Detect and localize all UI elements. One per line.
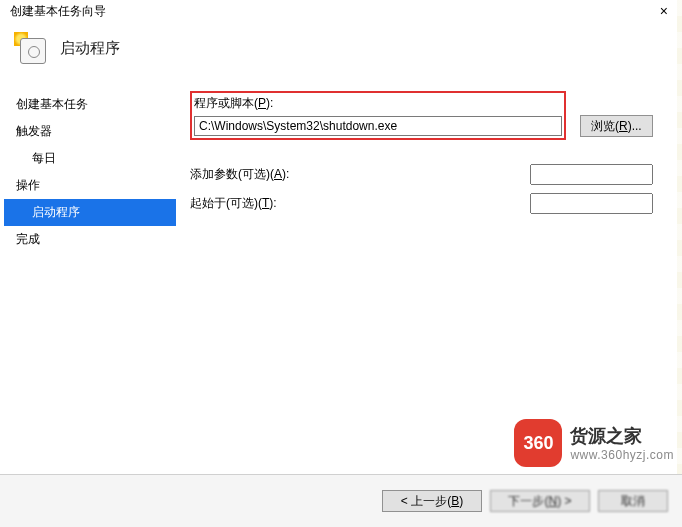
program-input[interactable] (194, 116, 562, 136)
step-action-start-program[interactable]: 启动程序 (4, 199, 176, 226)
program-label: 程序或脚本(P): (194, 96, 273, 110)
scheduler-icon (14, 32, 46, 64)
back-button[interactable]: < 上一步(B) (382, 490, 482, 512)
wizard-window: 创建基本任务向导 × 启动程序 创建基本任务 触发器 每日 操作 启动程序 完成… (0, 0, 682, 527)
step-create-basic-task[interactable]: 创建基本任务 (4, 91, 176, 118)
wizard-header: 启动程序 (0, 18, 682, 82)
titlebar: 创建基本任务向导 × (0, 0, 682, 18)
wizard-footer: < 上一步(B) 下一步(N) > 取消 (0, 474, 682, 527)
step-action[interactable]: 操作 (4, 172, 176, 199)
steps-sidebar: 创建基本任务 触发器 每日 操作 启动程序 完成 (4, 91, 176, 253)
args-input[interactable] (530, 164, 653, 185)
cancel-button[interactable]: 取消 (598, 490, 668, 512)
startin-input[interactable] (530, 193, 653, 214)
browse-button[interactable]: 浏览(R)... (580, 115, 653, 137)
startin-label: 起始于(可选)(T): (190, 195, 530, 212)
page-title: 启动程序 (60, 39, 120, 58)
next-button[interactable]: 下一步(N) > (490, 490, 590, 512)
program-highlight: 程序或脚本(P): (190, 91, 566, 140)
close-icon[interactable]: × (656, 3, 672, 19)
step-finish[interactable]: 完成 (4, 226, 176, 253)
wizard-body: 创建基本任务 触发器 每日 操作 启动程序 完成 程序或脚本(P): 浏览(R)… (0, 90, 682, 471)
form-area: 程序或脚本(P): 浏览(R)... 添加参数(可选)(A): 起始于(可选)(… (190, 91, 674, 222)
step-trigger[interactable]: 触发器 (4, 118, 176, 145)
step-trigger-daily[interactable]: 每日 (4, 145, 176, 172)
window-title: 创建基本任务向导 (10, 3, 106, 20)
args-label: 添加参数(可选)(A): (190, 166, 530, 183)
